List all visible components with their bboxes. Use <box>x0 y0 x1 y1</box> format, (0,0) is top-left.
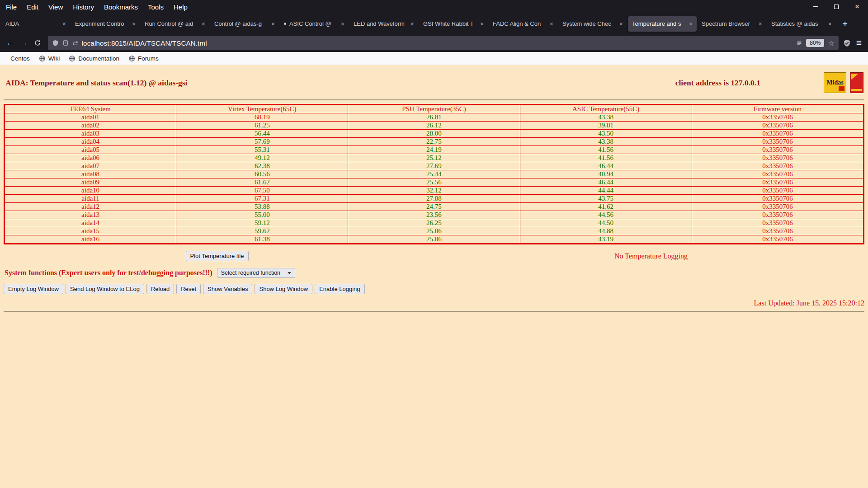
url-bar[interactable]: ⇄ localhost:8015/AIDA/TSCAN/TSCAN.tml 80… <box>48 36 839 50</box>
action-button-reload[interactable]: Reload <box>146 284 174 294</box>
bookmark-documentation[interactable]: Documentation <box>65 54 123 63</box>
action-buttons-row: Empty Log WindowSend Log Window to ELogR… <box>0 284 868 294</box>
tab-close-icon[interactable]: × <box>619 21 623 27</box>
fee64-name-cell: aida03 <box>5 130 176 138</box>
tab-close-icon[interactable]: × <box>480 21 484 27</box>
tab-label: LED and Waveform <box>354 20 408 27</box>
column-header-virtex-temperature-65c: Virtex Temperature(65C) <box>176 105 348 113</box>
tab-aida[interactable]: AIDA × <box>1 16 70 32</box>
menu-items: File Edit View History Bookmarks Tools H… <box>0 3 193 11</box>
tracking-protection-shield-icon[interactable] <box>52 40 59 47</box>
reader-mode-icon[interactable] <box>796 40 802 46</box>
url-text[interactable]: localhost:8015/AIDA/TSCAN/TSCAN.tml <box>82 39 793 47</box>
bookmark-centos[interactable]: Centos <box>4 54 34 63</box>
https-switch-arrows-icon[interactable]: ⇄ <box>72 39 78 47</box>
menu-bookmarks[interactable]: Bookmarks <box>99 3 143 11</box>
tab-led-and-waveform[interactable]: LED and Waveform × <box>349 16 418 32</box>
column-header-fee64-system: FEE64 System <box>5 105 176 113</box>
tab-spectrum-browser[interactable]: Spectrum Browser × <box>698 16 766 32</box>
virtex-temperature-cell: 49.12 <box>176 154 348 162</box>
table-row: aida06 49.12 25.12 41.56 0x3350706 <box>5 154 864 162</box>
virtex-temperature-cell: 61.38 <box>176 235 348 244</box>
tab-close-icon[interactable]: × <box>132 21 136 27</box>
bookmark-label: Forums <box>138 55 159 62</box>
menu-view[interactable]: View <box>43 3 68 11</box>
action-button-send-log-window-to-elog[interactable]: Send Log Window to ELog <box>66 284 144 294</box>
tab-experiment-contro[interactable]: Experiment Contro × <box>71 16 140 32</box>
zoom-level-badge[interactable]: 80% <box>806 39 824 47</box>
minimize-button[interactable] <box>812 3 819 10</box>
fee64-name-cell: aida09 <box>5 178 176 187</box>
menu-help[interactable]: Help <box>169 3 193 11</box>
bookmark-star-icon[interactable]: ☆ <box>828 39 834 47</box>
new-tab-button[interactable]: + <box>838 17 852 31</box>
fee64-name-cell: aida12 <box>5 203 176 211</box>
bookmark-forums[interactable]: Forums <box>124 54 163 63</box>
divider-bottom <box>4 311 864 312</box>
fee64-name-cell: aida02 <box>5 122 176 130</box>
action-button-show-log-window[interactable]: Show Log Window <box>255 284 312 294</box>
tab-close-icon[interactable]: × <box>828 21 832 27</box>
fee64-name-cell: aida10 <box>5 187 176 195</box>
tab-label: GSI White Rabbit T <box>423 20 477 27</box>
action-button-show-variables[interactable]: Show Variables <box>203 284 252 294</box>
tab-statistics-aidas[interactable]: Statistics @ aidas × <box>767 16 836 32</box>
psu-temperature-cell: 26.25 <box>348 219 520 227</box>
reload-button[interactable] <box>31 36 44 50</box>
tab-close-icon[interactable]: × <box>271 21 275 27</box>
table-row: aida16 61.38 25.06 43.19 0x3350706 <box>5 235 864 244</box>
fee64-name-cell: aida15 <box>5 227 176 235</box>
maximize-button[interactable] <box>833 3 840 10</box>
menu-edit[interactable]: Edit <box>22 3 43 11</box>
menu-file[interactable]: File <box>1 3 22 11</box>
tab-system-wide-chec[interactable]: System wide Chec × <box>558 16 627 32</box>
tab-temperature-and-s[interactable]: Temperature and s × <box>628 16 697 32</box>
asic-temperature-cell: 46.44 <box>520 178 692 187</box>
tab-label: AIDA <box>5 20 60 27</box>
site-info-page-icon[interactable] <box>62 40 69 46</box>
plot-temperature-file-button[interactable]: Plot Temperature file <box>186 251 249 261</box>
column-header-asic-temperature-55c: ASIC Temperature(55C) <box>520 105 692 113</box>
tab-label: Statistics @ aidas <box>771 20 826 27</box>
shield-check-extension-icon[interactable] <box>843 39 851 47</box>
asic-temperature-cell: 43.19 <box>520 235 692 244</box>
tab-close-icon[interactable]: × <box>759 21 762 27</box>
tab-close-icon[interactable]: × <box>550 21 553 27</box>
table-row: aida07 62.38 27.69 46.44 0x3350706 <box>5 162 864 170</box>
tab-close-icon[interactable]: × <box>410 21 414 27</box>
page-title: AIDA: Temperature and status scan(1.12) … <box>5 78 187 88</box>
tab-fadc-align-con[interactable]: FADC Align & Con × <box>489 16 557 32</box>
temperature-table: FEE64 SystemVirtex Temperature(65C)PSU T… <box>4 104 864 244</box>
tab-gsi-white-rabbit-t[interactable]: GSI White Rabbit T × <box>419 16 488 32</box>
bookmark-label: Centos <box>10 55 30 62</box>
tab-asic-control[interactable]: ASIC Control @ × <box>280 16 349 32</box>
psu-temperature-cell: 25.12 <box>348 154 520 162</box>
action-button-reset[interactable]: Reset <box>176 284 201 294</box>
close-button[interactable]: × <box>854 3 861 10</box>
tab-run-control-aid[interactable]: Run Control @ aid × <box>141 16 209 32</box>
back-button[interactable]: ← <box>4 36 17 50</box>
table-row: aida03 56.44 28.00 43.50 0x3350706 <box>5 130 864 138</box>
system-functions-row: System functions (Expert users only for … <box>0 268 868 278</box>
menu-history[interactable]: History <box>68 3 99 11</box>
system-function-select[interactable]: Select required function <box>217 268 295 278</box>
tab-close-icon[interactable]: × <box>202 21 205 27</box>
extension-icons: ≡ <box>842 38 864 48</box>
bookmark-wiki[interactable]: Wiki <box>35 54 64 63</box>
tab-control-aidas-g[interactable]: Control @ aidas-g × <box>210 16 279 32</box>
action-button-enable-logging[interactable]: Enable Logging <box>315 284 364 294</box>
action-button-empty-log-window[interactable]: Empty Log Window <box>4 284 63 294</box>
tab-close-icon[interactable]: × <box>62 21 66 27</box>
asic-temperature-cell: 46.44 <box>520 162 692 170</box>
psu-temperature-cell: 32.12 <box>348 187 520 195</box>
psu-temperature-cell: 25.06 <box>348 235 520 244</box>
tab-close-icon[interactable]: × <box>341 21 344 27</box>
app-menu-hamburger-icon[interactable]: ≡ <box>856 38 862 48</box>
asic-temperature-cell: 43.38 <box>520 138 692 146</box>
menu-tools[interactable]: Tools <box>143 3 169 11</box>
tab-label: Experiment Contro <box>75 20 129 27</box>
forward-button[interactable]: → <box>17 36 31 50</box>
firmware-version-cell: 0x3350706 <box>692 130 863 138</box>
firmware-version-cell: 0x3350706 <box>692 187 863 195</box>
tab-close-icon[interactable]: × <box>689 21 693 27</box>
